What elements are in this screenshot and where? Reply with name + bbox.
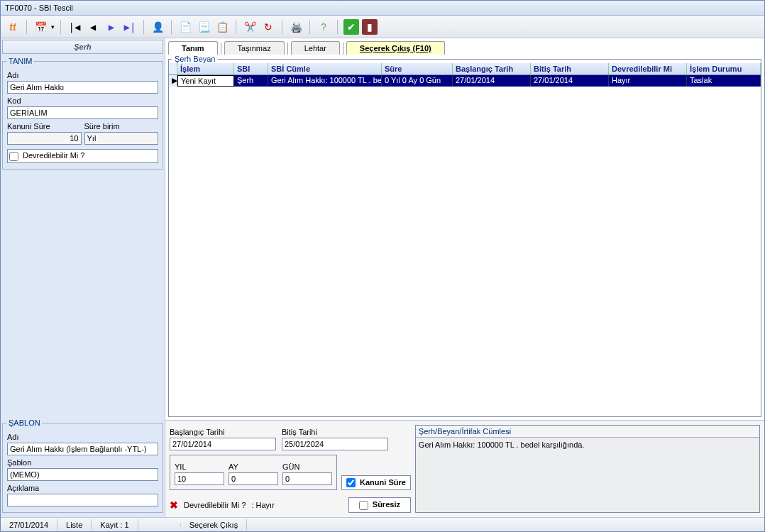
x-icon: ✖ — [170, 499, 178, 511]
calendar-icon[interactable]: 📅 — [33, 19, 48, 35]
ay-field[interactable] — [229, 472, 278, 485]
gun-field[interactable] — [282, 472, 332, 485]
ksure-label: Kanuni Süre — [7, 122, 82, 131]
ssablon-field[interactable] — [7, 468, 158, 481]
yil-label: YIL — [175, 462, 224, 471]
tanim-section: TANIM Adı Kod Kanuni Süre Süre birim — [2, 57, 163, 170]
left-header[interactable]: Şerh — [2, 40, 163, 54]
cumle-text[interactable]: Geri Alım Hakkı: 100000 TL . bedel karşı… — [416, 438, 759, 512]
list-icon[interactable]: 📋 — [214, 19, 230, 35]
col-durum[interactable]: İşlem Durumu — [687, 63, 761, 74]
cumle-box: Şerh/Beyan/İrtifak Cümlesi Geri Alım Hak… — [415, 425, 760, 513]
col-sbicumle[interactable]: SBİ Cümle — [268, 63, 382, 74]
status-date: 27/01/2014 — [1, 519, 57, 531]
devr-q-label: Devredilebilir Mi ? — [184, 501, 246, 509]
devr-checkbox[interactable] — [9, 152, 18, 161]
kanuni-button[interactable]: Kanuni Süre — [341, 475, 411, 491]
col-sure[interactable]: Süre — [382, 63, 453, 74]
title-bar: TF0070 - SBI Tescil — [1, 1, 764, 16]
duration-box: YIL AY GÜN — [170, 455, 337, 490]
status-cikis[interactable]: Seçerek Çıkış — [181, 519, 247, 531]
bas-field[interactable] — [170, 438, 276, 450]
next-icon[interactable]: ▶ — [104, 19, 119, 35]
ssablon-label: Şablon — [7, 458, 158, 467]
yil-field[interactable] — [175, 472, 224, 485]
kanuni-label: Kanuni Süre — [360, 478, 406, 487]
row-marker: ▶ — [169, 75, 177, 87]
sablon-legend: ŞABLON — [7, 419, 42, 427]
col-sbi[interactable]: SBI — [234, 63, 268, 74]
sbirim-label: Süre birim — [84, 122, 159, 131]
bottom-panel: Başlangıç Tarihi Bitiş Tarihi YIL — [165, 420, 764, 517]
tab-tanim[interactable]: Tanım — [168, 41, 218, 55]
doc-icon[interactable]: 📄 — [177, 19, 193, 35]
bit-label: Bitiş Tarihi — [282, 428, 388, 436]
sablon-section: ŞABLON Adı Şablon Açıklama — [2, 419, 163, 513]
sadi-field[interactable] — [7, 443, 158, 455]
gun-label: GÜN — [282, 462, 332, 471]
adi-field[interactable] — [7, 81, 158, 94]
cell-sure: 0 Yıl 0 Ay 0 Gün — [382, 75, 453, 87]
bas-label: Başlangıç Tarihi — [170, 428, 276, 436]
devr-q-val: : Hayır — [251, 501, 274, 509]
tabs: Tanım Taşınmaz Lehtar Seçerek Çıkış (F10… — [165, 38, 764, 55]
row-marker-head — [169, 63, 177, 74]
saciklama-label: Açıklama — [7, 484, 158, 492]
window-title: TF0070 - SBI Tescil — [5, 4, 73, 12]
cut-icon[interactable]: ✂️ — [242, 19, 258, 35]
kod-field[interactable] — [7, 106, 158, 119]
sbirim-field[interactable] — [84, 132, 159, 145]
grid-container: Şerh Beyan İşlem SBI SBİ Cümle Süre Başl… — [168, 59, 761, 417]
suresiz-checkbox[interactable] — [359, 501, 368, 510]
ksure-field[interactable] — [7, 132, 82, 145]
suresiz-label: Süresiz — [373, 500, 400, 509]
bit-field[interactable] — [282, 438, 388, 450]
tab-tasinmaz[interactable]: Taşınmaz — [224, 41, 285, 55]
cell-sbi: Şerh — [234, 75, 268, 87]
devr-label: Devredilebilir Mi ? — [23, 151, 84, 160]
close-icon[interactable]: ▮ — [362, 19, 378, 35]
ok-icon[interactable]: ✔ — [343, 19, 359, 35]
col-islem[interactable]: İşlem — [177, 63, 234, 74]
cell-devr: Hayır — [609, 75, 687, 87]
col-bastarih[interactable]: Başlangıç Tarih — [453, 63, 531, 74]
cumle-label: Şerh/Beyan/İrtifak Cümlesi — [416, 426, 759, 438]
ay-label: AY — [229, 462, 278, 471]
kod-label: Kod — [7, 96, 158, 105]
status-liste[interactable]: Liste — [57, 519, 92, 531]
status-bar: 27/01/2014 Liste Kayıt : 1 Seçerek Çıkış — [1, 517, 764, 531]
cell-durum: Taslak — [687, 75, 761, 87]
col-devr[interactable]: Devredilebilir Mi — [609, 63, 687, 74]
suresiz-button[interactable]: Süresiz — [348, 497, 411, 513]
tanim-legend: TANIM — [7, 57, 33, 65]
cell-bittarih: 27/01/2014 — [531, 75, 609, 87]
last-icon[interactable]: ▶| — [122, 19, 138, 35]
tab-secerek-cikis[interactable]: Seçerek Çıkış (F10) — [346, 41, 445, 55]
cell-bastarih: 27/01/2014 — [453, 75, 531, 87]
status-kayit: Kayıt : 1 — [92, 519, 138, 531]
adi-label: Adı — [7, 71, 158, 79]
app-icon[interactable]: tt — [5, 19, 21, 35]
print-icon[interactable]: 🖨️ — [288, 19, 304, 35]
help-icon[interactable]: ? — [316, 19, 331, 35]
kanuni-checkbox[interactable] — [346, 478, 356, 487]
saciklama-field[interactable] — [7, 494, 158, 506]
refresh-icon[interactable]: ↻ — [260, 19, 276, 35]
table-row[interactable]: ▶ Yeni Kayıt Şerh Geri Alım Hakkı: 10000… — [169, 75, 761, 87]
prev-icon[interactable]: ◀ — [85, 19, 101, 35]
tab-lehtar[interactable]: Lehtar — [291, 41, 340, 55]
user-icon[interactable]: 👤 — [150, 19, 165, 35]
toolbar: tt 📅 ▾ |◀ ◀ ▶ ▶| 👤 📄 📃 📋 ✂️ ↻ 🖨️ ? ✔ ▮ — [1, 16, 764, 38]
newdoc-icon[interactable]: 📃 — [196, 19, 211, 35]
grid-legend: Şerh Beyan — [172, 55, 218, 63]
cell-islem[interactable]: Yeni Kayıt — [177, 75, 234, 87]
cell-sbicumle: Geri Alım Hakkı: 100000 TL . bed — [268, 75, 382, 87]
col-bittarih[interactable]: Bitiş Tarih — [531, 63, 609, 74]
first-icon[interactable]: |◀ — [67, 19, 82, 35]
sadi-label: Adı — [7, 433, 158, 441]
